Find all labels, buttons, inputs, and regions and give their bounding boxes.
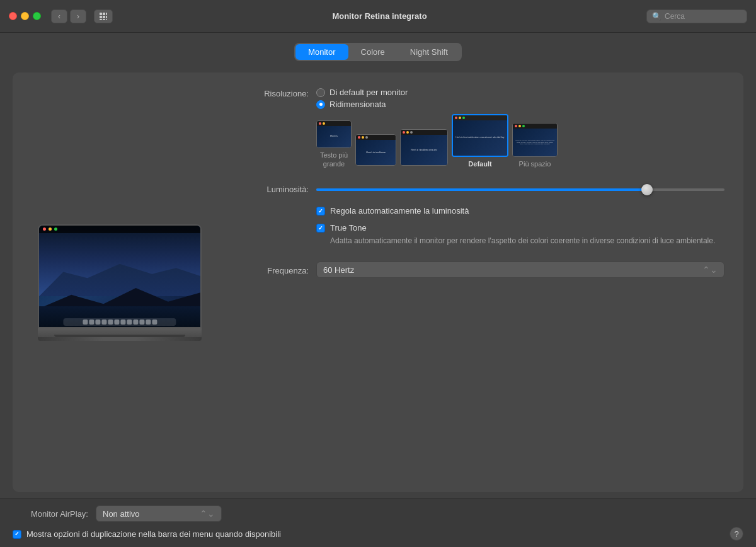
dock-icon — [120, 320, 125, 325]
minimize-button[interactable] — [21, 12, 29, 20]
laptop-foot — [38, 337, 202, 341]
thumb-text-4: Here's to the c trouble makers. ones who… — [456, 137, 505, 139]
resolution-default-radio[interactable] — [316, 88, 325, 97]
thumb-content-4: Here's to the c trouble makers. ones who… — [453, 120, 507, 156]
maximize-button[interactable] — [33, 12, 41, 20]
thumb-dot-yellow — [323, 122, 325, 125]
show-duplicates-row: Mostra opzioni di duplicazione nella bar… — [13, 527, 743, 541]
svg-rect-7 — [103, 19, 105, 20]
airplay-value: Non attivo — [103, 509, 140, 519]
brightness-slider-track — [316, 188, 724, 191]
thumb-text-5: Here's to the crazy one trouble makers. … — [515, 140, 555, 146]
auto-brightness-row: Regola automaticamente la luminosità — [316, 206, 469, 216]
brightness-label: Luminosità: — [227, 183, 309, 194]
resolution-scaled-radio[interactable] — [316, 100, 325, 109]
bottom-controls: Monitor AirPlay: Non attivo ⌃⌄ Mostra op… — [13, 505, 743, 541]
resolution-default-option[interactable]: Di default per monitor — [316, 88, 724, 97]
laptop-preview — [32, 88, 208, 477]
thumb-dot-yellow — [362, 136, 364, 139]
help-button[interactable]: ? — [730, 527, 743, 541]
dock-icon — [95, 320, 100, 325]
auto-brightness-checkbox[interactable] — [316, 207, 325, 216]
thumb-dot-yellow — [518, 125, 521, 127]
true-tone-checkbox[interactable] — [316, 224, 325, 233]
show-duplicates-checkbox[interactable] — [13, 530, 21, 539]
svg-rect-8 — [106, 19, 107, 20]
bottom-bar: Monitor AirPlay: Non attivo ⌃⌄ Mostra op… — [0, 498, 756, 547]
thumb-bar-5 — [513, 124, 557, 129]
screen-dock — [63, 318, 176, 326]
grid-button[interactable] — [94, 9, 113, 23]
frequency-label: Frequenza: — [227, 265, 309, 275]
laptop-screen-content — [39, 226, 200, 327]
brightness-setting: Luminosità: — [227, 183, 724, 196]
resolution-scaled-option[interactable]: Ridimensionata — [316, 100, 724, 109]
tab-nightshift[interactable]: Night Shift — [398, 44, 461, 60]
thumb-content-1: Here's — [317, 126, 351, 147]
show-duplicates-label: Mostra opzioni di duplicazione nella bar… — [26, 529, 281, 539]
thumb-label-5: Più spazio — [519, 159, 551, 168]
thumb-bar-2 — [356, 135, 396, 140]
dock-icon — [83, 320, 88, 325]
dock-icon — [146, 320, 151, 325]
search-input[interactable] — [665, 12, 742, 21]
thumb-dot-gray — [410, 131, 413, 134]
thumb-content-3: Here's to t troublema ones who — [401, 135, 447, 165]
resolution-thumb-5[interactable]: Here's to the crazy one trouble makers. … — [512, 123, 558, 168]
settings-section: Risoluzione: Di default per monitor Ridi… — [227, 88, 724, 477]
window-title: Monitor Retina integrato — [118, 11, 641, 21]
thumb-label-4: Default — [468, 159, 491, 168]
thumb-content-2: Here's to troublema — [356, 140, 396, 165]
tab-monitor[interactable]: Monitor — [295, 44, 348, 60]
frequency-control: 60 Hertz ⌃⌄ — [316, 262, 724, 278]
dock-icon — [114, 320, 119, 325]
dock-icon — [89, 320, 94, 325]
resolution-thumbnails: Here's Testo più grande — [316, 114, 724, 168]
tab-colore[interactable]: Colore — [348, 44, 398, 60]
airplay-label: Monitor AirPlay: — [13, 509, 88, 519]
thumb-dot-gray — [365, 136, 368, 139]
thumb-bar-4 — [453, 115, 507, 120]
airplay-dropdown[interactable]: Non attivo ⌃⌄ — [96, 505, 222, 522]
brightness-slider-container — [316, 183, 724, 196]
thumb-dot-yellow — [459, 117, 461, 119]
resolution-thumb-3[interactable]: Here's to t troublema ones who — [400, 129, 448, 168]
airplay-row: Monitor AirPlay: Non attivo ⌃⌄ — [13, 505, 743, 522]
resolution-radio-group: Di default per monitor Ridimensionata — [316, 88, 724, 109]
search-bar[interactable]: 🔍 — [646, 9, 747, 23]
brightness-control — [316, 183, 724, 196]
thumb-text-1: Here's — [330, 135, 337, 138]
dock-icon — [108, 320, 113, 325]
dock-icon — [139, 320, 144, 325]
forward-button[interactable]: › — [70, 9, 86, 23]
thumb-image-5: Here's to the crazy one trouble makers. … — [512, 123, 558, 157]
true-tone-description: Adatta automaticamente il monitor per re… — [316, 236, 715, 246]
svg-rect-5 — [106, 16, 107, 18]
thumb-image-4: Here's to the c trouble makers. ones who… — [452, 114, 508, 157]
search-icon: 🔍 — [652, 12, 662, 21]
close-button[interactable] — [9, 12, 17, 20]
nav-buttons: ‹ › — [51, 9, 86, 23]
frequency-dropdown[interactable]: 60 Hertz ⌃⌄ — [316, 262, 724, 278]
thumb-dot-red — [455, 117, 457, 119]
dock-icon — [133, 320, 138, 325]
brightness-slider-thumb[interactable] — [641, 184, 653, 195]
thumb-dot-green — [522, 125, 525, 127]
thumb-text-2: Here's to troublema — [366, 151, 385, 154]
thumb-content-5: Here's to the crazy one trouble makers. … — [513, 129, 557, 156]
tabs-container: Monitor Colore Night Shift — [13, 43, 743, 61]
resolution-thumb-1[interactable]: Here's Testo più grande — [316, 120, 352, 169]
resolution-thumb-4[interactable]: Here's to the c trouble makers. ones who… — [452, 114, 508, 168]
svg-rect-4 — [103, 16, 105, 18]
thumb-image-1: Here's — [316, 120, 352, 148]
thumb-image-2: Here's to troublema — [355, 134, 396, 166]
thumb-dot-red — [403, 131, 405, 134]
svg-rect-0 — [100, 13, 102, 15]
resolution-thumb-2[interactable]: Here's to troublema — [355, 134, 396, 168]
resolution-setting: Risoluzione: Di default per monitor Ridi… — [227, 88, 724, 168]
frequency-value: 60 Hertz — [323, 265, 354, 275]
thumb-dot-yellow — [406, 131, 409, 134]
true-tone-container: True Tone Adatta automaticamente il moni… — [316, 223, 715, 246]
content-panel: Risoluzione: Di default per monitor Ridi… — [13, 72, 743, 492]
back-button[interactable]: ‹ — [51, 9, 67, 23]
